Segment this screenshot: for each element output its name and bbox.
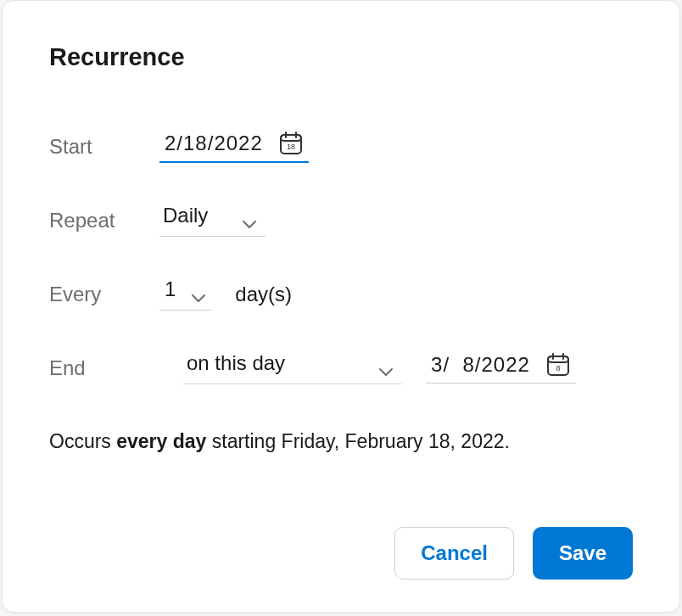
- chevron-down-icon: [242, 210, 257, 221]
- repeat-row: Repeat Daily: [49, 204, 633, 237]
- recurrence-dialog: Recurrence Start 2/18/2022 18 Repeat Dai…: [2, 0, 680, 613]
- start-date-value: 2/18/2022: [165, 132, 263, 155]
- end-mode-value: on this day: [187, 351, 285, 375]
- every-unit: day(s): [235, 283, 292, 306]
- repeat-select[interactable]: Daily: [159, 204, 266, 237]
- calendar-icon[interactable]: 8: [545, 352, 571, 378]
- end-row: End on this day 3/ 8/2022 8: [49, 351, 633, 384]
- end-label: End: [49, 356, 159, 380]
- end-mode-select[interactable]: on this day: [183, 351, 402, 384]
- save-button[interactable]: Save: [533, 527, 633, 580]
- every-select[interactable]: 1: [159, 277, 211, 311]
- every-label: Every: [49, 283, 159, 306]
- repeat-label: Repeat: [49, 209, 159, 232]
- svg-text:18: 18: [287, 143, 295, 151]
- end-date-field[interactable]: 3/ 8/2022 8: [426, 352, 576, 384]
- svg-rect-6: [548, 356, 568, 362]
- repeat-value: Daily: [163, 204, 208, 227]
- summary-suffix: starting Friday, February 18, 2022.: [206, 430, 510, 452]
- start-row: Start 2/18/2022 18: [49, 131, 633, 163]
- start-date-field[interactable]: 2/18/2022 18: [159, 131, 309, 163]
- cancel-button[interactable]: Cancel: [394, 527, 514, 580]
- recurrence-summary: Occurs every day starting Friday, Februa…: [49, 430, 633, 453]
- dialog-title: Recurrence: [49, 43, 633, 71]
- svg-text:8: 8: [556, 364, 560, 372]
- chevron-down-icon: [378, 358, 394, 368]
- summary-bold: every day: [116, 430, 206, 452]
- every-value: 1: [165, 277, 176, 301]
- chevron-down-icon: [191, 284, 206, 294]
- summary-prefix: Occurs: [49, 430, 116, 452]
- dialog-buttons: Cancel Save: [394, 527, 633, 580]
- end-date-value: 3/ 8/2022: [431, 353, 530, 377]
- start-label: Start: [49, 135, 159, 159]
- every-row: Every 1 day(s): [49, 277, 633, 311]
- calendar-icon[interactable]: 18: [278, 131, 304, 156]
- svg-rect-1: [281, 135, 301, 141]
